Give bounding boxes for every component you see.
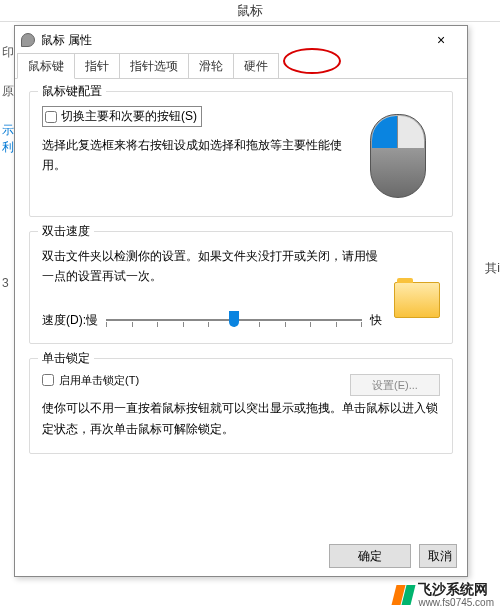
close-icon[interactable]: × (421, 32, 461, 48)
mouse-icon (21, 33, 35, 47)
dialog-title: 鼠标 属性 (41, 32, 92, 49)
group-legend: 双击速度 (38, 223, 94, 240)
ok-button[interactable]: 确定 (329, 544, 411, 568)
watermark: 飞沙系统网 www.fs0745.com (394, 581, 494, 608)
tab-pointer[interactable]: 指针 (74, 53, 120, 78)
cancel-button[interactable]: 取消 (419, 544, 457, 568)
watermark-title: 飞沙系统网 (418, 581, 488, 597)
swap-buttons-label: 切换主要和次要的按钮(S) (61, 108, 197, 125)
folder-icon[interactable] (394, 282, 440, 318)
watermark-logo-icon (394, 585, 414, 605)
click-lock-label: 启用单击锁定(T) (59, 373, 139, 388)
mouse-properties-dialog: 鼠标 属性 × 鼠标键 指针 指针选项 滑轮 硬件 鼠标键配置 切换主要和次要的… (14, 25, 468, 577)
speed-slider[interactable] (106, 309, 362, 331)
tab-strip: 鼠标键 指针 指针选项 滑轮 硬件 (15, 54, 467, 79)
tab-buttons[interactable]: 鼠标键 (17, 53, 75, 79)
background-title: 鼠标 (0, 0, 500, 22)
click-lock-settings-button: 设置(E)... (350, 374, 440, 396)
swap-buttons-desc: 选择此复选框来将右按钮设成如选择和拖放等主要性能使用。 (42, 135, 352, 176)
tab-hardware[interactable]: 硬件 (233, 53, 279, 78)
titlebar[interactable]: 鼠标 属性 × (15, 26, 467, 54)
dialog-actions: 确定 取消 (15, 544, 467, 568)
background-right-fragment: 其i (485, 260, 500, 277)
click-lock-desc: 使你可以不用一直按着鼠标按钮就可以突出显示或拖拽。单击鼠标以进入锁定状态，再次单… (42, 398, 440, 441)
slow-label: 慢 (86, 310, 98, 330)
background-left-fragments: 印 原 示利 3 (0, 22, 14, 576)
fast-label: 快 (370, 310, 382, 330)
watermark-url: www.fs0745.com (418, 597, 494, 608)
group-legend: 单击锁定 (38, 350, 94, 367)
tab-pointer-options[interactable]: 指针选项 (119, 53, 189, 78)
swap-buttons-input[interactable] (45, 111, 57, 123)
speed-label: 速度(D): (42, 310, 86, 330)
tab-wheel[interactable]: 滑轮 (188, 53, 234, 78)
group-double-click: 双击速度 双击文件夹以检测你的设置。如果文件夹没打开或关闭，请用慢一点的设置再试… (29, 231, 453, 344)
group-click-lock: 单击锁定 启用单击锁定(T) 设置(E)... 使你可以不用一直按着鼠标按钮就可… (29, 358, 453, 454)
click-lock-checkbox[interactable]: 启用单击锁定(T) (42, 373, 139, 388)
click-lock-input[interactable] (42, 374, 54, 386)
group-legend: 鼠标键配置 (38, 83, 106, 100)
slider-thumb[interactable] (229, 311, 239, 327)
double-click-desc: 双击文件夹以检测你的设置。如果文件夹没打开或关闭，请用慢一点的设置再试一次。 (42, 246, 382, 287)
swap-buttons-checkbox[interactable]: 切换主要和次要的按钮(S) (42, 106, 202, 127)
mouse-illustration (360, 106, 440, 204)
group-button-config: 鼠标键配置 切换主要和次要的按钮(S) 选择此复选框来将右按钮设成如选择和拖放等… (29, 91, 453, 217)
